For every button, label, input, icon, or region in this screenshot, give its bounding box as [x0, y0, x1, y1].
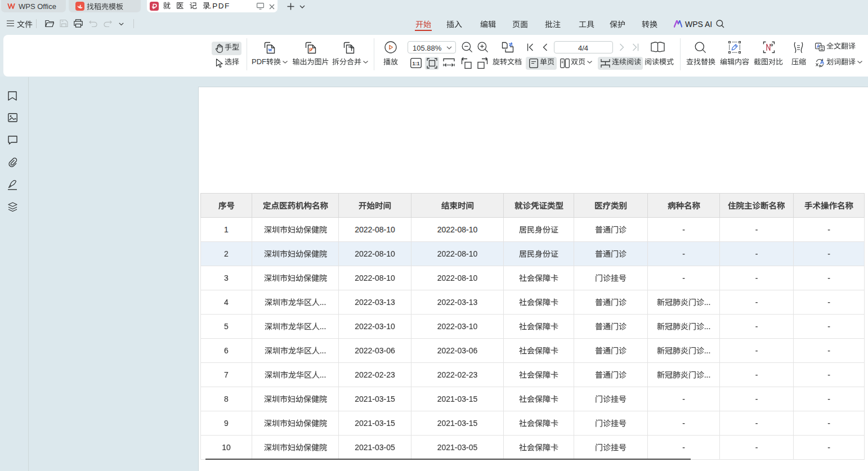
svg-text:1:1: 1:1: [412, 61, 419, 66]
